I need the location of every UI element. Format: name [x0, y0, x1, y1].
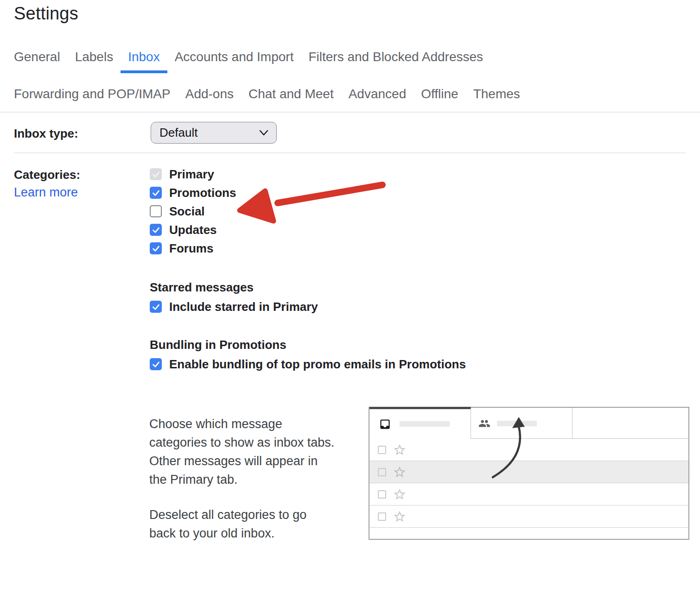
- settings-tabs-row-1: GeneralLabelsInboxAccounts and ImportFil…: [6, 49, 490, 73]
- social-checkbox[interactable]: [150, 205, 162, 217]
- categories-label: Categories:: [14, 168, 80, 182]
- star-icon: [393, 443, 407, 457]
- row-checkbox-icon: [378, 468, 386, 476]
- inbox-icon: [379, 418, 391, 430]
- star-icon: [393, 510, 407, 524]
- inbox-tabs-illustration: [369, 407, 689, 540]
- tab-labels[interactable]: Labels: [68, 49, 121, 70]
- tab-chat-and-meet[interactable]: Chat and Meet: [241, 86, 341, 107]
- forums-checkbox[interactable]: [150, 242, 162, 254]
- page-title: Settings: [14, 4, 78, 24]
- tab-filters-and-blocked-addresses[interactable]: Filters and Blocked Addresses: [301, 49, 490, 70]
- primary-label: Primary: [169, 168, 214, 180]
- illustration-email-list: [369, 439, 688, 528]
- chevron-down-icon: [259, 130, 269, 136]
- starred-messages-heading: Starred messages: [150, 280, 254, 295]
- categories-description: Choose which message categories to show …: [149, 415, 335, 489]
- placeholder-bar: [497, 421, 537, 426]
- star-icon: [393, 465, 407, 479]
- category-row-updates: Updates: [150, 224, 217, 236]
- illustration-tab-social: [471, 408, 573, 439]
- placeholder-bar: [400, 421, 450, 427]
- illustration-tab-primary: [369, 407, 471, 439]
- list-item: [369, 483, 688, 506]
- inbox-type-selected-value: Default: [159, 126, 197, 140]
- tab-themes[interactable]: Themes: [466, 86, 528, 107]
- list-item: [369, 439, 688, 461]
- include-starred-label: Include starred in Primary: [169, 301, 318, 313]
- divider: [0, 112, 700, 113]
- deselect-description: Deselect all categories to go back to yo…: [149, 506, 335, 543]
- tab-general[interactable]: General: [6, 49, 68, 70]
- include-starred-checkbox[interactable]: [150, 301, 162, 313]
- tab-advanced[interactable]: Advanced: [341, 86, 414, 107]
- inbox-type-select[interactable]: Default: [151, 122, 277, 144]
- primary-checkbox: [150, 168, 162, 180]
- enable-bundling-label: Enable bundling of top promo emails in P…: [169, 358, 466, 370]
- settings-tabs-row-2: Forwarding and POP/IMAPAdd-onsChat and M…: [6, 86, 528, 107]
- enable-bundling-row: Enable bundling of top promo emails in P…: [150, 358, 466, 370]
- star-icon: [393, 487, 407, 501]
- red-arrow-annotation: [229, 178, 392, 229]
- list-item: [369, 461, 688, 483]
- category-row-promotions: Promotions: [150, 187, 236, 199]
- tab-forwarding-and-pop-imap[interactable]: Forwarding and POP/IMAP: [6, 86, 178, 107]
- bundling-heading: Bundling in Promotions: [150, 338, 286, 352]
- row-checkbox-icon: [378, 512, 386, 521]
- tab-add-ons[interactable]: Add-ons: [178, 86, 241, 107]
- category-row-primary: Primary: [150, 168, 214, 180]
- list-item: [369, 506, 688, 528]
- promotions-label: Promotions: [169, 187, 236, 199]
- category-row-social: Social: [150, 205, 205, 217]
- updates-label: Updates: [169, 224, 217, 236]
- updates-checkbox[interactable]: [150, 224, 162, 236]
- include-starred-row: Include starred in Primary: [150, 301, 318, 313]
- people-icon: [478, 417, 490, 430]
- row-checkbox-icon: [378, 490, 386, 499]
- forums-label: Forums: [169, 242, 213, 254]
- tab-offline[interactable]: Offline: [414, 86, 465, 107]
- tab-accounts-and-import[interactable]: Accounts and Import: [167, 49, 301, 70]
- social-label: Social: [169, 205, 205, 217]
- learn-more-link[interactable]: Learn more: [14, 185, 78, 200]
- category-row-forums: Forums: [150, 242, 213, 254]
- settings-page: Settings GeneralLabelsInboxAccounts and …: [0, 0, 700, 594]
- divider: [14, 152, 686, 153]
- inbox-type-label: Inbox type:: [14, 126, 78, 141]
- enable-bundling-checkbox[interactable]: [150, 358, 162, 370]
- tab-inbox[interactable]: Inbox: [121, 49, 167, 73]
- promotions-checkbox[interactable]: [150, 187, 162, 199]
- row-checkbox-icon: [378, 446, 386, 454]
